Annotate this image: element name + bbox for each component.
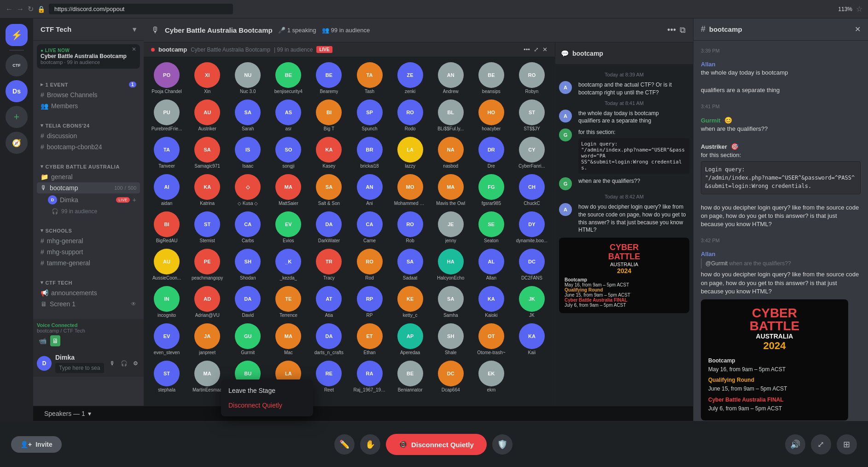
sidebar-item-discussion[interactable]: # discussion bbox=[37, 130, 140, 141]
participant-item[interactable]: AU Austriker bbox=[188, 98, 227, 133]
participant-item[interactable]: RO Rodo bbox=[391, 98, 430, 133]
category-events[interactable]: ▸ 1 Event 1 bbox=[37, 80, 140, 89]
participant-item[interactable]: HA HalcyonEcho bbox=[431, 247, 470, 282]
participant-item[interactable]: RA Raj_1967_1994 bbox=[350, 359, 389, 394]
video-button[interactable]: 📹 bbox=[37, 335, 48, 346]
panel-more-button[interactable]: ••• bbox=[524, 46, 530, 53]
bottom-volume-btn[interactable]: 🔊 bbox=[785, 434, 805, 455]
server-icon-ctftech[interactable]: CTF bbox=[6, 54, 28, 76]
sidebar-item-dimka-user[interactable]: D Dimka LIVE + bbox=[37, 193, 140, 206]
participant-item[interactable]: AD Adrian@VU bbox=[188, 284, 227, 320]
participant-item[interactable]: XI Xin bbox=[188, 60, 227, 96]
participant-item[interactable]: AL Allan bbox=[472, 247, 511, 282]
back-button[interactable]: ← bbox=[6, 5, 13, 13]
participant-item[interactable]: AN Andrew bbox=[431, 60, 470, 96]
participant-item[interactable]: MA Mac bbox=[269, 321, 308, 357]
participant-item[interactable]: TA Tash bbox=[350, 60, 389, 96]
category-schools[interactable]: ▾ SCHOOLS bbox=[37, 226, 140, 235]
participant-item[interactable]: SA Samagic971 bbox=[188, 135, 227, 170]
participant-item[interactable]: IS Isaac bbox=[228, 135, 267, 170]
participant-item[interactable]: DC DC2FANS bbox=[513, 247, 551, 282]
stage-more-button[interactable]: ••• bbox=[667, 25, 676, 35]
chevron-down-icon[interactable]: ▾ bbox=[88, 410, 91, 417]
sidebar-item-announcements[interactable]: 📢 announcements bbox=[37, 287, 140, 298]
participant-item[interactable]: SP Spunch bbox=[350, 98, 389, 133]
participant-item[interactable]: KA Kaioki bbox=[472, 284, 511, 320]
add-server-icon[interactable]: + bbox=[6, 106, 28, 128]
participant-item[interactable]: ◇ ◇ Kusa ◇ bbox=[228, 172, 267, 208]
refresh-button[interactable]: ↻ bbox=[28, 5, 34, 13]
participant-item[interactable]: ST Stemist bbox=[188, 210, 227, 245]
participant-item[interactable]: CY CyberFanri... bbox=[513, 135, 551, 170]
participant-item[interactable]: ET Ethan bbox=[350, 321, 389, 357]
participant-item[interactable]: DA darts_n_crafts bbox=[309, 321, 348, 357]
participant-item[interactable]: SA Samha bbox=[431, 284, 470, 320]
participant-item[interactable]: DA David bbox=[228, 284, 267, 320]
participant-item[interactable]: EV even_steven bbox=[147, 321, 186, 357]
participant-item[interactable]: MA Mavis the Owl bbox=[431, 172, 470, 208]
participant-item[interactable]: IN incognito bbox=[147, 284, 186, 320]
participant-item[interactable]: RO Robyn bbox=[513, 60, 551, 96]
participant-item[interactable]: RP RP bbox=[350, 284, 389, 320]
participant-item[interactable]: NU Nuc 3.0 bbox=[228, 60, 267, 96]
sidebar-item-members[interactable]: 👥 Members bbox=[37, 100, 140, 111]
participant-item[interactable]: SA Sarah bbox=[228, 98, 267, 133]
sidebar-item-mhg-support[interactable]: # mhg-support bbox=[37, 246, 140, 257]
participant-item[interactable]: BI Big T bbox=[309, 98, 348, 133]
participant-item[interactable]: JE jenny bbox=[431, 210, 470, 245]
bottom-edit-btn[interactable]: ✏️ bbox=[334, 434, 355, 455]
stage-popout-button[interactable]: ⧉ bbox=[680, 25, 686, 35]
close-banner-icon[interactable]: ✕ bbox=[132, 46, 136, 53]
participant-item[interactable]: AN Ani bbox=[350, 172, 389, 208]
participant-item[interactable]: AT Atia bbox=[309, 284, 348, 320]
bottom-invite-button[interactable]: 👤+ Invite bbox=[11, 436, 62, 453]
category-ctftech[interactable]: ▾ CTF TECH bbox=[37, 278, 140, 287]
discord-home-icon[interactable]: ⚡ bbox=[6, 24, 28, 46]
participant-item[interactable]: TR Tracy bbox=[309, 247, 348, 282]
live-now-banner[interactable]: ✕ ● LIVE NOW Cyber Battle Australia Boot… bbox=[37, 44, 140, 69]
participant-item[interactable]: BL BLi$$Ful.ly... bbox=[431, 98, 470, 133]
participant-item[interactable]: CA Carbs bbox=[228, 210, 267, 245]
participant-item[interactable]: KA Katrina bbox=[188, 172, 227, 208]
participant-item[interactable]: BE Beniannator bbox=[391, 359, 430, 394]
participant-item[interactable]: BE Bearemy bbox=[309, 60, 348, 96]
participant-item[interactable]: AU AussieCoon... bbox=[147, 247, 186, 282]
participant-item[interactable]: SH Shale bbox=[431, 321, 470, 357]
participant-item[interactable]: KA Kaii bbox=[513, 321, 551, 357]
participant-item[interactable]: MA MattSaier bbox=[269, 172, 308, 208]
participant-item[interactable]: EK ekm bbox=[472, 359, 511, 394]
participant-item[interactable]: PE peachmangopy bbox=[188, 247, 227, 282]
participant-item[interactable]: AP Aperedaa bbox=[391, 321, 430, 357]
participant-item[interactable]: TE Terrence bbox=[269, 284, 308, 320]
participant-item[interactable]: RO Rod bbox=[350, 247, 389, 282]
category-cyber[interactable]: ▾ CYBER BATTLE AUSTRALIA bbox=[37, 162, 140, 171]
participant-item[interactable]: SA Salt & Son bbox=[309, 172, 348, 208]
participant-item[interactable]: DA DarkWater bbox=[309, 210, 348, 245]
participant-item[interactable]: NA nasbod bbox=[431, 135, 470, 170]
participant-item[interactable]: HO hoacyber bbox=[472, 98, 511, 133]
participant-item[interactable]: JK JK bbox=[513, 284, 551, 320]
sidebar-item-screen1[interactable]: 🖥 Screen 1 👁 bbox=[37, 298, 140, 309]
participant-item[interactable]: BI BigRedAU bbox=[147, 210, 186, 245]
bottom-hand-btn[interactable]: ✋ bbox=[360, 434, 380, 455]
participant-item[interactable]: LA lazzy bbox=[391, 135, 430, 170]
participant-item[interactable]: DR Dre bbox=[472, 135, 511, 170]
participant-item[interactable]: ST ST$$JY bbox=[513, 98, 551, 133]
sidebar-item-mhg-general[interactable]: # mhg-general bbox=[37, 235, 140, 246]
bottom-grid-btn[interactable]: ⊞ bbox=[837, 434, 857, 455]
sidebar-item-browse-channels[interactable]: # Browse Channels bbox=[37, 89, 140, 100]
participant-item[interactable]: FG fgsrar985 bbox=[472, 172, 511, 208]
participant-item[interactable]: ZE zenki bbox=[391, 60, 430, 96]
chat-close-button[interactable]: ✕ bbox=[855, 25, 861, 34]
participant-item[interactable]: ST stephala bbox=[147, 359, 186, 394]
deafen-button[interactable]: 🎧 bbox=[119, 358, 129, 368]
participant-item[interactable]: AI aidan bbox=[147, 172, 186, 208]
participant-item[interactable]: SO songji bbox=[269, 135, 308, 170]
participant-item[interactable]: CH ChuckC bbox=[513, 172, 551, 208]
participant-item[interactable]: PU PurebredFrie... bbox=[147, 98, 186, 133]
bottom-fullscreen-btn[interactable]: ⤢ bbox=[811, 434, 831, 455]
sidebar-item-tamme-general[interactable]: # tamme-general bbox=[37, 257, 140, 269]
participant-item[interactable]: BE benjisecurity4 bbox=[269, 60, 308, 96]
participant-item[interactable]: OT Otome-trash~ bbox=[472, 321, 511, 357]
participant-item[interactable]: BR brickai18 bbox=[350, 135, 389, 170]
